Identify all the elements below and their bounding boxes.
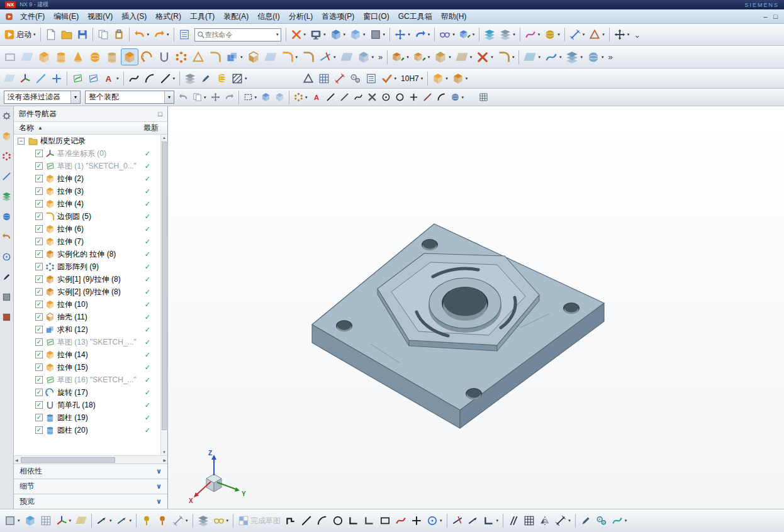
sketch-tools-button[interactable]: ▾	[3, 513, 22, 529]
menu-format[interactable]: 格式(R)	[151, 11, 186, 22]
point-dialog-button[interactable]	[310, 91, 323, 104]
sphere-button[interactable]	[87, 48, 103, 65]
resize-blend-button[interactable]: ▾	[496, 48, 517, 65]
snap-point-on-curve-toggle[interactable]	[421, 91, 434, 104]
draft-button[interactable]	[262, 48, 279, 65]
tree-item-15[interactable]: ✓求和 (12)✓	[14, 323, 160, 336]
studio-spline-toolbar-button[interactable]	[126, 70, 142, 87]
copy-button[interactable]	[96, 26, 111, 43]
menu-insert[interactable]: 插入(S)	[117, 11, 151, 22]
feature-overflow-button[interactable]: »	[376, 48, 384, 65]
chevron-down-icon[interactable]: ▾	[70, 91, 80, 103]
boss-button[interactable]	[104, 48, 120, 65]
tree-item-1[interactable]: ✓基准坐标系 (0)✓	[14, 147, 160, 160]
sketch-grid-button[interactable]	[38, 513, 53, 529]
chevron-down-icon[interactable]: ▾	[164, 91, 174, 103]
system-materials-tab[interactable]	[2, 252, 11, 263]
snap-existing-point-toggle[interactable]	[407, 91, 420, 104]
tree-item-17[interactable]: ✓拉伸 (14)✓	[14, 348, 160, 361]
datum-axis-button[interactable]	[33, 70, 48, 87]
snap-point-options-button[interactable]: ▾	[292, 91, 310, 104]
rectangle-select-button[interactable]: ▾	[242, 91, 259, 104]
snap-midpoint-toggle[interactable]	[338, 91, 351, 104]
navigator-column-header[interactable]: 名称 ▲ 最新	[14, 122, 167, 135]
continuous-auto-dim-button[interactable]	[139, 513, 154, 529]
tree-item-9[interactable]: ✓实例化的 拉伸 (8)✓	[14, 248, 160, 260]
scrollbar-thumb[interactable]	[21, 457, 115, 463]
deviation-gauge-button[interactable]: ▾	[379, 70, 399, 87]
toolbar-options-button[interactable]: ⌄	[632, 26, 642, 43]
delete-face-button[interactable]: ▾	[474, 48, 495, 65]
point-sketch-button[interactable]	[409, 513, 424, 529]
sketch-layers-button[interactable]	[196, 513, 211, 529]
pattern-curve-button[interactable]	[522, 513, 537, 529]
restore-window-button[interactable]: □	[773, 12, 778, 21]
datum-plane-button[interactable]	[2, 70, 17, 87]
assembly-component-button[interactable]: ▾	[451, 70, 470, 87]
feature-checkbox[interactable]: ✓	[35, 426, 43, 434]
scroll-down-icon[interactable]: ▼	[161, 450, 167, 454]
more-feature-button[interactable]: ▾	[356, 48, 376, 65]
swept-button[interactable]: ▾	[543, 48, 564, 65]
surface-overflow-button[interactable]: »	[606, 48, 614, 65]
measure-distance-button[interactable]: ▾	[568, 26, 587, 43]
cone-button[interactable]	[70, 48, 86, 65]
tree-item-19[interactable]: ✓草图 (16) "SKETCH_..."✓	[14, 374, 160, 386]
window-button[interactable]: ▾	[328, 26, 348, 43]
feature-checkbox[interactable]: ✓	[35, 150, 43, 157]
move-face-button[interactable]: ▾	[390, 48, 411, 65]
inferred-constraints-button[interactable]	[155, 513, 170, 529]
close-window-button[interactable]: ▾	[289, 26, 308, 43]
emboss-button[interactable]	[207, 48, 223, 65]
feature-checkbox[interactable]: ✓	[35, 225, 43, 233]
redo-button[interactable]: ▾	[152, 26, 171, 43]
tree-root-model-history[interactable]: −模型历史记录	[14, 135, 160, 147]
line-button[interactable]	[299, 513, 314, 529]
tree-item-14[interactable]: ✓抽壳 (11)✓	[14, 311, 160, 323]
history-tab[interactable]	[2, 232, 11, 243]
tree-item-18[interactable]: ✓拉伸 (15)✓	[14, 361, 160, 374]
search-dropdown-icon[interactable]: ▾	[276, 32, 279, 37]
layer-settings-button[interactable]	[482, 26, 497, 43]
tree-item-8[interactable]: ✓拉伸 (7)✓	[14, 235, 160, 248]
feature-checkbox[interactable]: ✓	[35, 351, 43, 358]
block-button[interactable]	[36, 48, 52, 65]
feature-checkbox[interactable]: ✓	[35, 301, 43, 308]
menu-help[interactable]: 帮助(H)	[437, 11, 471, 22]
cylinder-button[interactable]	[53, 48, 69, 65]
paste-button[interactable]	[111, 26, 126, 43]
section-details[interactable]: 细节∨	[14, 479, 167, 494]
graphics-viewport[interactable]: Z X Y	[168, 106, 784, 509]
dimension-check-button[interactable]	[332, 70, 347, 87]
feature-checkbox[interactable]: ✓	[35, 414, 43, 421]
shell-button[interactable]	[245, 48, 262, 65]
undock-panel-button[interactable]: □	[158, 110, 162, 118]
feature-checkbox[interactable]: ✓	[35, 326, 43, 333]
feature-checkbox[interactable]: ✓	[35, 401, 43, 409]
move-to-layer-button[interactable]: ▾	[498, 26, 517, 43]
feature-checkbox[interactable]: ✓	[35, 175, 43, 182]
extrude-button[interactable]	[121, 48, 138, 65]
tree-item-10[interactable]: ✓圆形阵列 (9)✓	[14, 260, 160, 273]
quick-trim-button[interactable]	[450, 513, 465, 529]
tree-item-22[interactable]: ✓圆柱 (19)✓	[14, 411, 160, 424]
scroll-left-icon[interactable]: ◀	[15, 458, 18, 462]
display-part-button[interactable]: ▾	[308, 26, 328, 43]
info-list-button[interactable]	[364, 70, 379, 87]
tree-item-4[interactable]: ✓拉伸 (3)✓	[14, 185, 160, 197]
view-layout-button[interactable]: ▾	[348, 26, 367, 43]
part-navigator-tab[interactable]	[2, 172, 11, 183]
rendering-style-button[interactable]: ▾	[368, 26, 388, 43]
sketch-relations-button[interactable]	[594, 513, 609, 529]
menu-information[interactable]: 信息(I)	[253, 11, 284, 22]
direct-sketch-button[interactable]	[2, 48, 18, 65]
edge-blend-button[interactable]: ▾	[279, 48, 300, 65]
feature-checkbox[interactable]: ✓	[35, 200, 43, 208]
spreadsheet-button[interactable]	[316, 70, 332, 87]
feature-checkbox[interactable]: ✓	[35, 275, 43, 283]
highlight-body-button[interactable]	[273, 91, 286, 104]
rotate-view-button[interactable]: ▾	[413, 26, 432, 43]
feature-checkbox[interactable]: ✓	[35, 250, 43, 258]
mirror-curve-button[interactable]	[537, 513, 552, 529]
helix-button[interactable]	[214, 70, 229, 87]
